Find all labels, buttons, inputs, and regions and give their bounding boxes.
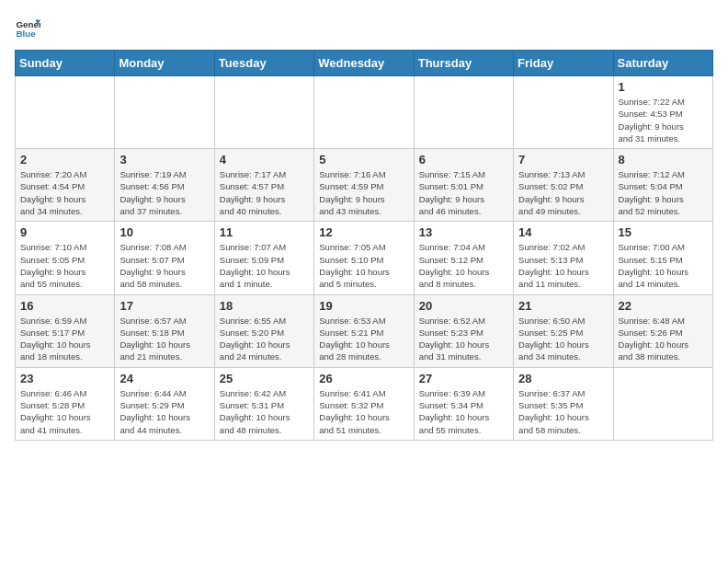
page-header: General Blue [15,15,713,40]
day-number: 2 [20,153,109,167]
weekday-header-thursday: Thursday [414,51,513,76]
day-number: 16 [20,299,109,313]
calendar-cell: 13Sunrise: 7:04 AM Sunset: 5:12 PM Dayli… [414,222,513,294]
calendar-cell: 7Sunrise: 7:13 AM Sunset: 5:02 PM Daylig… [514,149,613,222]
calendar-cell: 19Sunrise: 6:53 AM Sunset: 5:21 PM Dayli… [314,294,414,367]
calendar-cell: 16Sunrise: 6:59 AM Sunset: 5:17 PM Dayli… [16,294,115,367]
calendar-cell: 26Sunrise: 6:41 AM Sunset: 5:32 PM Dayli… [314,367,414,440]
day-number: 19 [319,299,408,313]
day-number: 5 [319,153,408,167]
calendar-week-1: 1Sunrise: 7:22 AM Sunset: 4:53 PM Daylig… [16,76,713,149]
weekday-header-monday: Monday [115,51,214,76]
calendar-cell: 20Sunrise: 6:52 AM Sunset: 5:23 PM Dayli… [414,294,513,367]
calendar-cell: 25Sunrise: 6:42 AM Sunset: 5:31 PM Dayli… [214,367,313,440]
calendar-week-5: 23Sunrise: 6:46 AM Sunset: 5:28 PM Dayli… [16,367,713,440]
calendar-header-row: SundayMondayTuesdayWednesdayThursdayFrid… [16,51,713,76]
day-info: Sunrise: 7:12 AM Sunset: 5:04 PM Dayligh… [619,168,708,217]
day-info: Sunrise: 7:00 AM Sunset: 5:15 PM Dayligh… [619,241,708,290]
day-info: Sunrise: 7:22 AM Sunset: 4:53 PM Dayligh… [619,96,708,144]
calendar-cell: 17Sunrise: 6:57 AM Sunset: 5:18 PM Dayli… [115,294,214,367]
calendar-cell [214,76,313,149]
calendar-cell: 5Sunrise: 7:16 AM Sunset: 4:59 PM Daylig… [314,149,414,222]
day-number: 15 [619,225,708,239]
calendar-week-4: 16Sunrise: 6:59 AM Sunset: 5:17 PM Dayli… [16,294,713,367]
day-info: Sunrise: 7:10 AM Sunset: 5:05 PM Dayligh… [20,241,109,290]
calendar-cell: 15Sunrise: 7:00 AM Sunset: 5:15 PM Dayli… [613,222,712,294]
day-number: 11 [220,225,309,239]
calendar-cell: 3Sunrise: 7:19 AM Sunset: 4:56 PM Daylig… [115,149,214,222]
day-info: Sunrise: 6:39 AM Sunset: 5:34 PM Dayligh… [419,387,508,436]
day-info: Sunrise: 7:04 AM Sunset: 5:12 PM Dayligh… [419,241,508,290]
day-number: 7 [518,153,608,167]
weekday-header-sunday: Sunday [16,51,115,76]
weekday-header-saturday: Saturday [613,51,712,76]
day-number: 25 [220,372,309,385]
calendar-cell: 4Sunrise: 7:17 AM Sunset: 4:57 PM Daylig… [214,149,313,222]
day-number: 27 [419,372,508,385]
calendar-cell [115,76,214,149]
day-number: 17 [119,299,209,313]
day-number: 26 [319,372,408,385]
weekday-header-friday: Friday [514,51,613,76]
day-number: 13 [419,225,508,239]
day-info: Sunrise: 7:02 AM Sunset: 5:13 PM Dayligh… [518,241,608,290]
calendar-cell: 12Sunrise: 7:05 AM Sunset: 5:10 PM Dayli… [314,222,414,294]
day-number: 14 [518,225,608,239]
calendar-cell: 1Sunrise: 7:22 AM Sunset: 4:53 PM Daylig… [613,76,712,149]
day-info: Sunrise: 6:37 AM Sunset: 5:35 PM Dayligh… [518,387,608,436]
calendar-week-3: 9Sunrise: 7:10 AM Sunset: 5:05 PM Daylig… [16,222,713,294]
day-number: 12 [319,225,408,239]
day-number: 20 [419,299,508,313]
calendar-cell: 8Sunrise: 7:12 AM Sunset: 5:04 PM Daylig… [613,149,712,222]
svg-text:Blue: Blue [16,29,36,39]
day-number: 24 [119,372,209,385]
day-info: Sunrise: 6:41 AM Sunset: 5:32 PM Dayligh… [319,387,408,436]
day-number: 6 [419,153,508,167]
day-number: 1 [619,80,708,94]
day-info: Sunrise: 6:57 AM Sunset: 5:18 PM Dayligh… [119,315,209,363]
calendar-week-2: 2Sunrise: 7:20 AM Sunset: 4:54 PM Daylig… [16,149,713,222]
calendar-cell [314,76,414,149]
day-number: 21 [518,299,608,313]
day-number: 8 [619,153,708,167]
day-info: Sunrise: 7:07 AM Sunset: 5:09 PM Dayligh… [220,241,309,290]
calendar-cell: 28Sunrise: 6:37 AM Sunset: 5:35 PM Dayli… [514,367,613,440]
day-info: Sunrise: 7:05 AM Sunset: 5:10 PM Dayligh… [319,241,408,290]
weekday-header-tuesday: Tuesday [214,51,313,76]
day-number: 4 [220,153,309,167]
day-info: Sunrise: 6:44 AM Sunset: 5:29 PM Dayligh… [119,387,209,436]
logo: General Blue [15,15,44,40]
day-info: Sunrise: 6:59 AM Sunset: 5:17 PM Dayligh… [20,315,109,363]
day-info: Sunrise: 7:15 AM Sunset: 5:01 PM Dayligh… [419,168,508,217]
day-info: Sunrise: 6:50 AM Sunset: 5:25 PM Dayligh… [518,315,608,363]
calendar-cell: 10Sunrise: 7:08 AM Sunset: 5:07 PM Dayli… [115,222,214,294]
calendar-cell: 14Sunrise: 7:02 AM Sunset: 5:13 PM Dayli… [514,222,613,294]
calendar-cell: 2Sunrise: 7:20 AM Sunset: 4:54 PM Daylig… [16,149,115,222]
calendar-cell: 22Sunrise: 6:48 AM Sunset: 5:26 PM Dayli… [613,294,712,367]
day-number: 18 [220,299,309,313]
day-info: Sunrise: 7:13 AM Sunset: 5:02 PM Dayligh… [518,168,608,217]
calendar-cell: 24Sunrise: 6:44 AM Sunset: 5:29 PM Dayli… [115,367,214,440]
day-info: Sunrise: 7:17 AM Sunset: 4:57 PM Dayligh… [220,168,309,217]
day-info: Sunrise: 7:16 AM Sunset: 4:59 PM Dayligh… [319,168,408,217]
day-info: Sunrise: 7:08 AM Sunset: 5:07 PM Dayligh… [119,241,209,290]
calendar-cell [414,76,513,149]
day-info: Sunrise: 6:53 AM Sunset: 5:21 PM Dayligh… [319,315,408,363]
day-info: Sunrise: 6:42 AM Sunset: 5:31 PM Dayligh… [220,387,309,436]
calendar-cell: 21Sunrise: 6:50 AM Sunset: 5:25 PM Dayli… [514,294,613,367]
day-number: 10 [119,225,209,239]
calendar-cell: 11Sunrise: 7:07 AM Sunset: 5:09 PM Dayli… [214,222,313,294]
day-info: Sunrise: 6:48 AM Sunset: 5:26 PM Dayligh… [619,315,708,363]
day-number: 23 [20,372,109,385]
calendar-cell: 18Sunrise: 6:55 AM Sunset: 5:20 PM Dayli… [214,294,313,367]
calendar-cell [514,76,613,149]
day-number: 22 [619,299,708,313]
calendar-cell: 9Sunrise: 7:10 AM Sunset: 5:05 PM Daylig… [16,222,115,294]
day-number: 28 [518,372,608,385]
day-info: Sunrise: 7:19 AM Sunset: 4:56 PM Dayligh… [119,168,209,217]
day-info: Sunrise: 7:20 AM Sunset: 4:54 PM Dayligh… [20,168,109,217]
calendar-cell: 27Sunrise: 6:39 AM Sunset: 5:34 PM Dayli… [414,367,513,440]
calendar-cell [16,76,115,149]
day-info: Sunrise: 6:55 AM Sunset: 5:20 PM Dayligh… [220,315,309,363]
calendar-cell: 6Sunrise: 7:15 AM Sunset: 5:01 PM Daylig… [414,149,513,222]
